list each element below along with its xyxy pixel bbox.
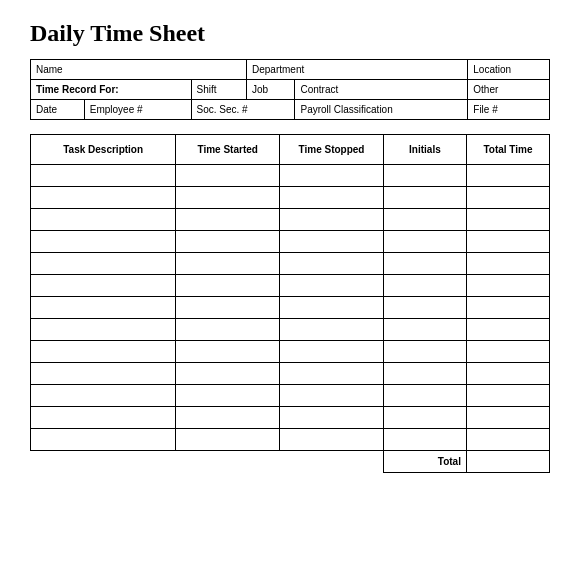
task-cell — [466, 297, 549, 319]
task-cell — [31, 341, 176, 363]
task-cell — [176, 429, 280, 451]
task-cell — [383, 187, 466, 209]
task-cell — [466, 407, 549, 429]
task-table: Task Description Time Started Time Stopp… — [30, 134, 550, 473]
task-cell — [280, 231, 384, 253]
task-cell — [383, 165, 466, 187]
loc-label: Location — [468, 60, 550, 80]
task-cell — [280, 429, 384, 451]
task-cell — [466, 363, 549, 385]
task-cell — [176, 165, 280, 187]
info-table: Name Department Location Time Record For… — [30, 59, 550, 120]
task-cell — [31, 297, 176, 319]
task-cell — [466, 209, 549, 231]
task-cell — [280, 187, 384, 209]
task-cell — [466, 165, 549, 187]
task-row — [31, 165, 550, 187]
task-row — [31, 253, 550, 275]
task-cell — [31, 253, 176, 275]
task-cell — [176, 341, 280, 363]
other-label: Other — [468, 80, 550, 100]
task-cell — [383, 253, 466, 275]
task-cell — [383, 363, 466, 385]
task-cell — [31, 385, 176, 407]
task-row — [31, 319, 550, 341]
task-cell — [466, 253, 549, 275]
task-cell — [31, 165, 176, 187]
task-cell — [383, 319, 466, 341]
task-cell — [280, 253, 384, 275]
page-title: Daily Time Sheet — [30, 20, 550, 47]
task-cell — [280, 209, 384, 231]
header-row-2: Time Record For: Shift Job Contract Othe… — [31, 80, 550, 100]
task-row — [31, 209, 550, 231]
task-cell — [280, 341, 384, 363]
task-cell — [280, 275, 384, 297]
total-row: Total — [31, 451, 550, 473]
task-cell — [31, 407, 176, 429]
task-cell — [176, 297, 280, 319]
task-cell — [280, 363, 384, 385]
header-row-1: Name Department Location — [31, 60, 550, 80]
time-stopped-header: Time Stopped — [280, 135, 384, 165]
total-empty — [31, 451, 176, 473]
task-cell — [280, 319, 384, 341]
total-time-header: Total Time — [466, 135, 549, 165]
task-cell — [176, 231, 280, 253]
contract-label: Contract — [295, 80, 468, 100]
employee-label: Employee # — [84, 100, 191, 120]
task-cell — [176, 363, 280, 385]
task-cell — [280, 385, 384, 407]
task-cell — [31, 363, 176, 385]
task-cell — [176, 209, 280, 231]
task-cell — [31, 429, 176, 451]
total-label: Total — [383, 451, 466, 473]
soc-sec-label: Soc. Sec. # — [191, 100, 295, 120]
task-cell — [466, 385, 549, 407]
file-label: File # — [468, 100, 550, 120]
task-cell — [383, 209, 466, 231]
task-cell — [466, 341, 549, 363]
task-cell — [466, 429, 549, 451]
task-cell — [280, 297, 384, 319]
task-cell — [31, 319, 176, 341]
task-row — [31, 407, 550, 429]
task-cell — [383, 341, 466, 363]
task-cell — [176, 253, 280, 275]
payroll-label: Payroll Classification — [295, 100, 468, 120]
task-row — [31, 385, 550, 407]
dept-label: Department — [246, 60, 467, 80]
task-cell — [176, 407, 280, 429]
task-cell — [176, 275, 280, 297]
total-value — [466, 451, 549, 473]
task-row — [31, 363, 550, 385]
name-label: Name — [31, 60, 247, 80]
shift-label: Shift — [191, 80, 246, 100]
total-empty — [280, 451, 384, 473]
task-cell — [176, 385, 280, 407]
task-cell — [176, 187, 280, 209]
task-row — [31, 187, 550, 209]
time-started-header: Time Started — [176, 135, 280, 165]
task-row — [31, 231, 550, 253]
job-label: Job — [246, 80, 295, 100]
task-row — [31, 275, 550, 297]
task-cell — [280, 407, 384, 429]
task-cell — [383, 385, 466, 407]
task-cell — [383, 407, 466, 429]
task-cell — [383, 231, 466, 253]
date-label: Date — [31, 100, 85, 120]
time-record-label: Time Record For: — [31, 80, 192, 100]
task-header-row: Task Description Time Started Time Stopp… — [31, 135, 550, 165]
task-cell — [466, 231, 549, 253]
task-cell — [31, 209, 176, 231]
header-row-3: Date Employee # Soc. Sec. # Payroll Clas… — [31, 100, 550, 120]
task-desc-header: Task Description — [31, 135, 176, 165]
task-row — [31, 429, 550, 451]
task-cell — [31, 187, 176, 209]
task-cell — [466, 275, 549, 297]
task-cell — [31, 231, 176, 253]
task-cell — [466, 319, 549, 341]
task-cell — [31, 275, 176, 297]
task-row — [31, 297, 550, 319]
